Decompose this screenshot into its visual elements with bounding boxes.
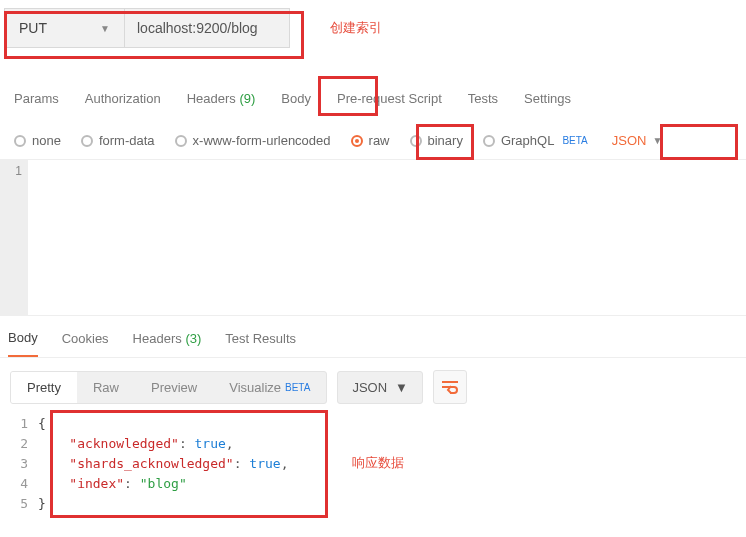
highlight-box [660, 124, 738, 160]
http-method-value: PUT [19, 20, 47, 36]
body-type-label: raw [369, 133, 390, 148]
request-bar: PUT ▼ localhost:9200/blog 创建索引 [4, 8, 746, 48]
tab-headers-count: (9) [239, 91, 255, 106]
body-type-label: form-data [99, 133, 155, 148]
editor-content[interactable] [28, 160, 746, 315]
chevron-down-icon: ▼ [395, 380, 408, 395]
raw-format-select[interactable]: JSON ▼ [612, 133, 663, 148]
editor-gutter: 1 [0, 160, 28, 315]
view-pretty[interactable]: Pretty [11, 372, 77, 403]
chevron-down-icon: ▼ [652, 135, 662, 146]
view-raw[interactable]: Raw [77, 372, 135, 403]
body-type-label: x-www-form-urlencoded [193, 133, 331, 148]
tab-settings[interactable]: Settings [524, 91, 571, 106]
json-key: "acknowledged" [69, 436, 179, 451]
wrap-icon [441, 380, 459, 394]
body-type-none[interactable]: none [14, 133, 61, 148]
response-body: 1 2 3 4 5 { "acknowledged": true, "shard… [0, 414, 746, 514]
view-visualize[interactable]: Visualize BETA [213, 372, 326, 403]
body-type-formdata[interactable]: form-data [81, 133, 155, 148]
line-number: 5 [4, 494, 28, 514]
radio-icon [351, 135, 363, 147]
response-tabs: Body Cookies Headers (3) Test Results [0, 316, 746, 357]
json-key: "index" [69, 476, 124, 491]
response-toolbar: Pretty Raw Preview Visualize BETA JSON ▼ [0, 370, 746, 414]
tab-tests[interactable]: Tests [468, 91, 498, 106]
annotation-response-data: 响应数据 [352, 454, 404, 472]
json-key: "shards_acknowledged" [69, 456, 233, 471]
tab-body[interactable]: Body [281, 91, 311, 106]
body-type-label: none [32, 133, 61, 148]
radio-icon [81, 135, 93, 147]
view-visualize-label: Visualize [229, 380, 281, 395]
line-number: 1 [4, 414, 28, 434]
body-type-row: none form-data x-www-form-urlencoded raw… [0, 130, 746, 160]
res-tab-testresults[interactable]: Test Results [225, 331, 296, 356]
response-format-value: JSON [352, 380, 387, 395]
line-number: 1 [0, 164, 22, 178]
request-url-value: localhost:9200/blog [137, 20, 258, 36]
body-type-label: GraphQL [501, 133, 554, 148]
res-tab-cookies[interactable]: Cookies [62, 331, 109, 356]
wrap-lines-button[interactable] [433, 370, 467, 404]
divider [0, 357, 746, 358]
beta-badge: BETA [285, 382, 310, 393]
res-tab-headers-count: (3) [185, 331, 201, 346]
tab-headers-label: Headers [187, 91, 236, 106]
res-tab-headers-label: Headers [133, 331, 182, 346]
radio-icon [14, 135, 26, 147]
tab-prerequest[interactable]: Pre-request Script [337, 91, 442, 106]
request-body-editor[interactable]: 1 [0, 160, 746, 316]
body-type-raw[interactable]: raw [351, 133, 390, 148]
brace: { [38, 416, 46, 431]
brace: } [38, 496, 46, 511]
body-type-xwww[interactable]: x-www-form-urlencoded [175, 133, 331, 148]
tab-params[interactable]: Params [14, 91, 59, 106]
chevron-down-icon: ▼ [100, 23, 110, 34]
radio-icon [483, 135, 495, 147]
view-preview[interactable]: Preview [135, 372, 213, 403]
json-value: true [249, 456, 280, 471]
json-value: true [195, 436, 226, 451]
response-format-select[interactable]: JSON ▼ [337, 371, 423, 404]
response-code[interactable]: { "acknowledged": true, "shards_acknowle… [38, 414, 288, 514]
annotation-create-index: 创建索引 [330, 19, 382, 37]
tab-headers[interactable]: Headers (9) [187, 91, 256, 106]
raw-format-value: JSON [612, 133, 647, 148]
line-number: 4 [4, 474, 28, 494]
line-number: 3 [4, 454, 28, 474]
res-tab-headers[interactable]: Headers (3) [133, 331, 202, 356]
body-type-binary[interactable]: binary [410, 133, 463, 148]
radio-icon [410, 135, 422, 147]
http-method-select[interactable]: PUT ▼ [4, 8, 124, 48]
body-type-graphql[interactable]: GraphQL BETA [483, 133, 588, 148]
radio-icon [175, 135, 187, 147]
beta-badge: BETA [562, 135, 587, 146]
line-number: 2 [4, 434, 28, 454]
request-url-input[interactable]: localhost:9200/blog [124, 8, 290, 48]
tab-authorization[interactable]: Authorization [85, 91, 161, 106]
request-tabs: Params Authorization Headers (9) Body Pr… [0, 82, 746, 114]
body-type-label: binary [428, 133, 463, 148]
response-gutter: 1 2 3 4 5 [4, 414, 38, 514]
response-view-tabs: Pretty Raw Preview Visualize BETA [10, 371, 327, 404]
json-value: "blog" [140, 476, 187, 491]
res-tab-body[interactable]: Body [8, 330, 38, 357]
